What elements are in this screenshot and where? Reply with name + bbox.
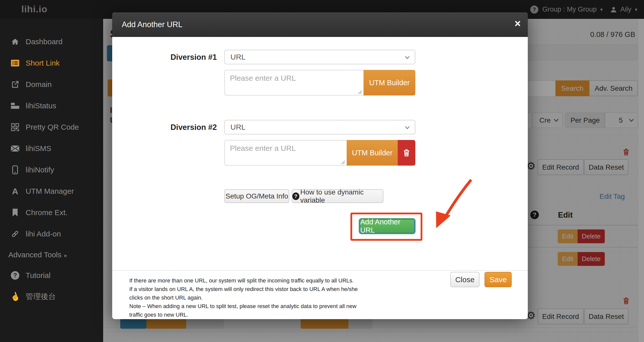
- group-menu-label: Group : My Group: [542, 6, 597, 13]
- sidebar-item-domain[interactable]: Domain: [0, 74, 103, 95]
- status-card-icon: [11, 101, 20, 110]
- external-link-icon: [11, 80, 20, 89]
- annotation-rectangle: [350, 213, 422, 241]
- question-circle-icon: ?: [11, 271, 20, 280]
- save-button[interactable]: Save: [485, 272, 512, 287]
- modal-title: Add Another URL: [122, 20, 182, 29]
- app-logo[interactable]: lihi.io: [21, 4, 48, 15]
- hand-icon: ☝: [9, 291, 21, 302]
- utm-builder-button-1[interactable]: UTM Builder: [364, 70, 415, 95]
- sidebar-item-chrome-ext[interactable]: Chrome Ext.: [0, 202, 103, 223]
- modal-note-line: If there are more than one URL, our syst…: [129, 277, 354, 284]
- modal-note-line: clicks on the short URL again.: [129, 294, 203, 302]
- user-menu[interactable]: Aily ▾: [610, 0, 637, 19]
- sidebar-item-dashboard[interactable]: Dashboard: [0, 31, 103, 52]
- modal-note-line: traffic goes to new URL.: [129, 311, 188, 319]
- group-help-icon: ?: [530, 6, 538, 14]
- sidebar-section-advanced-tools[interactable]: Advanced Tools▸: [8, 251, 67, 259]
- modal-note-line: Note – When adding a new URL to split te…: [129, 302, 356, 310]
- sidebar-item-short-link[interactable]: Short Link: [0, 53, 103, 74]
- sidebar: Dashboard Short Link Domain: [0, 19, 103, 342]
- diversion-2-label: Diversion #2: [150, 123, 217, 132]
- diversion-2-type-select[interactable]: URL: [224, 120, 415, 134]
- close-button[interactable]: Close: [450, 272, 479, 287]
- add-url-modal: Add Another URL × Diversion #1 URL UTM B…: [112, 12, 528, 319]
- setup-og-meta-button[interactable]: Setup OG/Meta Info: [224, 189, 289, 203]
- group-menu[interactable]: ? Group : My Group ▾: [530, 0, 603, 19]
- diversion-1-type-value: URL: [230, 53, 246, 61]
- link-icon: [11, 229, 20, 238]
- delete-diversion-button[interactable]: [398, 140, 415, 166]
- chevron-down-icon: ▾: [600, 7, 603, 13]
- resize-handle-icon[interactable]: [341, 160, 345, 165]
- modal-header: Add Another URL ×: [112, 12, 528, 37]
- chevron-down-icon: [404, 53, 410, 61]
- diversion-2-url-input[interactable]: [224, 140, 347, 166]
- sidebar-item-admin[interactable]: ☝ 管理後台: [0, 286, 103, 307]
- section-arrow-icon: ▸: [64, 252, 67, 259]
- bookmark-icon: [11, 208, 20, 217]
- home-icon: [11, 37, 20, 46]
- sidebar-item-pretty-qr-code[interactable]: Pretty QR Code: [0, 117, 103, 138]
- sidebar-item-lihisms[interactable]: lihiSMS: [0, 138, 103, 159]
- app-root: S I U 0.08 / 976 GB Search Adv. Search C…: [0, 0, 644, 342]
- envelope-icon: [11, 144, 20, 153]
- diversion-2-type-value: URL: [230, 123, 246, 131]
- sidebar-item-utm-manager[interactable]: A UTM Manager: [0, 181, 103, 202]
- chevron-down-icon: ▾: [635, 7, 637, 13]
- utm-road-icon: A: [11, 187, 20, 196]
- modal-note-line: If a visitor lands on URL A, the system …: [129, 285, 358, 293]
- chevron-down-icon: [404, 123, 410, 131]
- close-icon[interactable]: ×: [514, 18, 521, 29]
- modal-footer-divider: [112, 270, 528, 271]
- utm-builder-button-2[interactable]: UTM Builder: [347, 140, 398, 166]
- user-menu-label: Aily: [620, 6, 631, 13]
- diversion-1-label: Diversion #1: [150, 53, 217, 62]
- sidebar-item-lihistatus[interactable]: lihiStatus: [0, 95, 103, 116]
- resize-handle-icon[interactable]: [358, 90, 362, 94]
- mobile-icon: [11, 165, 20, 174]
- card-list-icon: [11, 59, 20, 68]
- question-circle-icon: ?: [292, 192, 299, 200]
- sidebar-item-tutorial[interactable]: ? Tutorial: [0, 265, 103, 286]
- qr-code-icon: [11, 123, 20, 132]
- annotation-arrow: [422, 177, 477, 240]
- dynamic-variable-help-button[interactable]: ? How to use dynamic variable: [292, 189, 383, 203]
- user-icon: [610, 6, 617, 13]
- diversion-1-url-input[interactable]: [224, 70, 364, 95]
- sidebar-item-lihi-add-on[interactable]: lihi Add-on: [0, 223, 103, 245]
- diversion-1-type-select[interactable]: URL: [224, 50, 415, 64]
- trash-icon: [402, 148, 411, 158]
- sidebar-item-lihinotify[interactable]: lihiNotify: [0, 159, 103, 180]
